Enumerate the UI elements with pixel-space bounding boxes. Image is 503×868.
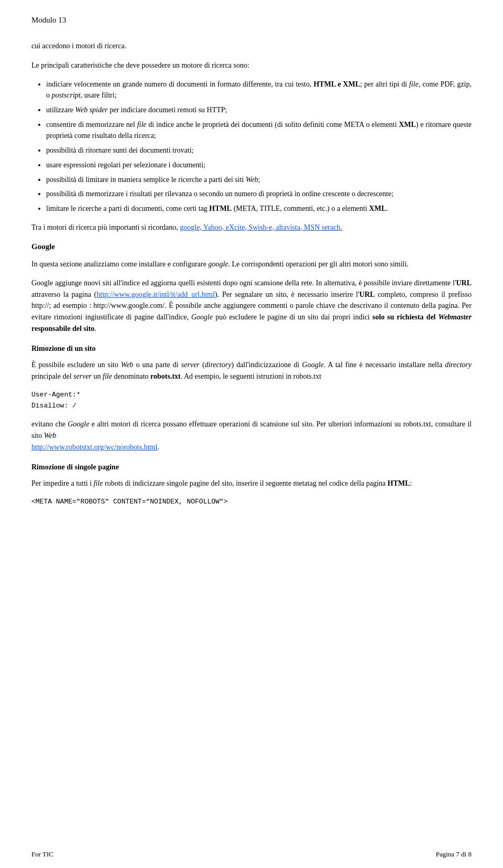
- module-title: Modulo 13: [31, 16, 66, 24]
- list-item: possibilità di ritornare sunti dei docum…: [46, 145, 472, 156]
- list-item: consentire di memorizzare nel file di in…: [46, 119, 472, 142]
- search-engine-links: google, Yahoo, eXcite, Swish-e, altavist…: [180, 223, 342, 231]
- google-add-url-link: http://www.google.it/intl/it/add_url.htm…: [96, 291, 215, 298]
- google-heading: Google: [31, 242, 472, 251]
- meta-tag-block: <META NAME="ROBOTS" CONTENT="NOINDEX, NO…: [31, 497, 472, 508]
- google-para2: Google aggiunge nuovi siti all'indice ed…: [31, 277, 472, 334]
- footer-right: Pagina 7 di 8: [436, 850, 472, 859]
- module-header: Modulo 13: [31, 16, 472, 25]
- footer: For TIC Pagina 7 di 8: [0, 850, 503, 859]
- google-para1: In questa sezione analizziamo come insta…: [31, 259, 472, 270]
- robots-code-block: User-Agent:* Disallow: /: [31, 390, 472, 412]
- footer-left: For TIC: [31, 850, 53, 859]
- list-item: utilizzare Web spider per indiciare docu…: [46, 104, 472, 116]
- intro-continuation: cui accedono i motori di ricerca.: [31, 40, 472, 51]
- list-item: indiciare velocemente un grande numero d…: [46, 79, 472, 101]
- rimozione-sito-para2: evitano che Google e altri motori di ric…: [31, 419, 472, 453]
- rimozione-pagine-heading: Rimozione di singole pagine: [31, 463, 472, 471]
- search-engines-para: Tra i motori di ricerca più importanti s…: [31, 222, 472, 233]
- rimozione-pagine-para: Per impedire a tutti i file robots di in…: [31, 478, 472, 489]
- list-item: possibilità di memorizzare i risultati p…: [46, 188, 472, 200]
- page-container: Modulo 13 cui accedono i motori di ricer…: [0, 0, 503, 868]
- list-item: limitare le ricerche a parti di document…: [46, 203, 472, 215]
- bullet-intro: Le principali caratteristiche che deve p…: [31, 60, 472, 71]
- rimozione-sito-heading: Rimozione di un sito: [31, 345, 472, 353]
- rimozione-sito-para: È possibile escludere un sito Web o una …: [31, 359, 472, 382]
- robotstxt-link: http://www.robotstxt.org/wc/norobots.htm…: [31, 443, 157, 451]
- list-item: possibilità di limitare in maniera sempl…: [46, 174, 472, 186]
- feature-list: indiciare velocemente un grande numero d…: [46, 79, 472, 215]
- list-item: usare espressioni regolari per seleziona…: [46, 159, 472, 171]
